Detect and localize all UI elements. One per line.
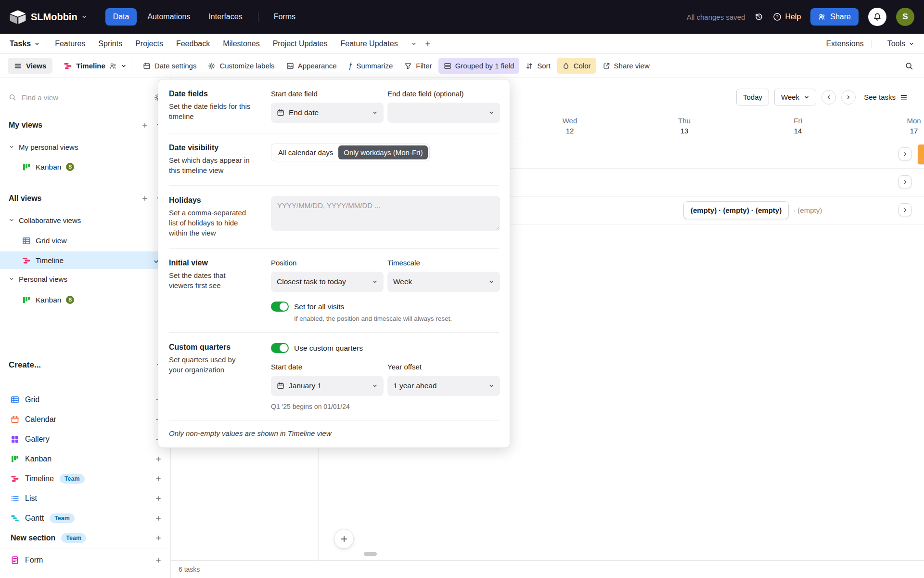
year-offset-select[interactable]: 1 year ahead <box>387 376 500 396</box>
timescale-dropdown[interactable]: Week <box>774 89 816 105</box>
add-record-button[interactable] <box>334 529 354 549</box>
search-icon[interactable] <box>902 59 916 73</box>
next-button[interactable] <box>841 90 856 105</box>
plus-icon[interactable] <box>141 122 148 129</box>
tab-feedback[interactable]: Feedback <box>176 39 210 48</box>
chevron-down-icon <box>372 110 378 116</box>
create-grid-button[interactable]: Grid <box>0 390 170 409</box>
share-view-button[interactable]: Share view <box>597 58 655 74</box>
date-settings-button[interactable]: Date settings <box>138 58 202 74</box>
chevron-down-icon <box>9 217 14 223</box>
plus-icon[interactable] <box>141 195 148 202</box>
start-date-field-select[interactable]: End date <box>271 103 384 123</box>
share-button[interactable]: Share <box>810 8 859 26</box>
day-header: Mon 17 <box>895 117 924 135</box>
share-people-icon <box>818 13 826 21</box>
today-button[interactable]: Today <box>736 89 769 105</box>
sidebar-item-timeline[interactable]: Timeline <box>0 251 170 269</box>
nav-forms[interactable]: Forms <box>266 8 303 26</box>
sidebar-item-grid-view[interactable]: Grid view <box>0 232 170 250</box>
filter-button[interactable]: Filter <box>399 58 437 74</box>
tab-sprints[interactable]: Sprints <box>98 39 122 48</box>
calendar-icon <box>11 415 19 424</box>
create-calendar-button[interactable]: Calendar <box>0 409 170 429</box>
section-desc: Set which days appear in this timeline v… <box>169 156 251 175</box>
tab-feature-updates[interactable]: Feature Updates <box>341 39 398 48</box>
plus-icon[interactable] <box>155 456 162 462</box>
views-label: Views <box>26 62 46 70</box>
tabbar-right: Extensions Tools <box>826 39 914 48</box>
jump-to-bar-button[interactable] <box>898 175 911 188</box>
base-name-dropdown[interactable]: SLMobbin <box>31 12 87 23</box>
collaborative-views-group[interactable]: Collaborative views <box>0 212 170 228</box>
task-bar[interactable]: (empty) · (empty) · (empty) <box>683 201 789 219</box>
nav-data[interactable]: Data <box>105 8 137 26</box>
gantt-icon <box>11 514 19 523</box>
all-views-header: All views <box>0 191 170 206</box>
sort-button[interactable]: Sort <box>520 58 556 74</box>
personal-views-group[interactable]: Personal views <box>0 271 170 287</box>
summarize-button[interactable]: ƒ Summarize <box>343 58 398 74</box>
find-view-row <box>9 89 162 106</box>
grouped-button[interactable]: Grouped by 1 field <box>438 58 520 74</box>
my-personal-views-group[interactable]: My personal views <box>0 139 170 155</box>
use-custom-quarters-toggle[interactable] <box>271 343 289 353</box>
tab-project-updates[interactable]: Project Updates <box>273 39 328 48</box>
my-views-label: My views <box>9 121 42 130</box>
create-gantt-button[interactable]: Gantt Team <box>0 508 170 528</box>
menu-icon <box>14 62 22 70</box>
all-calendar-days-option[interactable]: All calendar days <box>273 145 338 159</box>
jump-to-bar-button[interactable] <box>898 203 911 216</box>
tab-projects[interactable]: Projects <box>135 39 163 48</box>
position-select[interactable]: Closest task to today <box>271 272 384 292</box>
customize-labels-button[interactable]: Customize labels <box>203 58 280 74</box>
nav-interfaces[interactable]: Interfaces <box>201 8 250 26</box>
views-sidebar-toggle[interactable]: Views <box>8 58 52 74</box>
plus-icon[interactable] <box>155 475 162 482</box>
tab-features[interactable]: Features <box>55 39 85 48</box>
create-gallery-button[interactable]: Gallery <box>0 429 170 449</box>
chevron-down-icon <box>804 94 809 100</box>
create-kanban-button[interactable]: Kanban <box>0 449 170 469</box>
add-table-plus-icon[interactable] <box>424 40 431 47</box>
more-tables-chevron-icon[interactable] <box>411 41 417 47</box>
nav-automations[interactable]: Automations <box>140 8 198 26</box>
appearance-button[interactable]: Appearance <box>281 58 342 74</box>
share-view-icon <box>603 62 610 70</box>
task-bar-clipped[interactable] <box>918 144 924 164</box>
see-tasks-button[interactable]: See tasks <box>864 93 908 101</box>
extensions-button[interactable]: Extensions <box>826 39 863 48</box>
tools-button[interactable]: Tools <box>887 39 914 48</box>
plus-icon[interactable] <box>155 535 162 541</box>
plus-icon[interactable] <box>155 515 162 522</box>
user-avatar[interactable]: S <box>896 8 914 26</box>
create-new-section-button[interactable]: New section Team <box>0 528 170 548</box>
horizontal-scrollbar-thumb[interactable] <box>364 552 377 556</box>
create-form-button[interactable]: Form <box>0 550 170 570</box>
history-icon[interactable] <box>755 13 763 21</box>
tab-milestones[interactable]: Milestones <box>223 39 259 48</box>
tab-tasks[interactable]: Tasks <box>10 39 47 48</box>
find-view-input[interactable] <box>22 93 149 102</box>
help-button[interactable]: ? Help <box>773 13 801 21</box>
timescale-select[interactable]: Week <box>387 272 500 292</box>
create-list-button[interactable]: List <box>0 488 170 508</box>
set-for-all-visits-toggle[interactable] <box>271 302 289 312</box>
quarter-start-select[interactable]: January 1 <box>271 376 384 396</box>
holidays-input[interactable] <box>271 196 500 231</box>
color-button[interactable]: Color <box>557 58 596 74</box>
sidebar-item-kanban-personal-2[interactable]: Kanban S <box>0 291 170 309</box>
sidebar-item-kanban-personal[interactable]: Kanban S <box>0 158 170 176</box>
notifications-button[interactable] <box>868 8 886 26</box>
only-workdays-option[interactable]: Only workdays (Mon-Fri) <box>338 145 428 159</box>
plus-icon[interactable] <box>155 557 162 564</box>
plus-icon[interactable] <box>155 495 162 502</box>
section-left: Custom quarters Set quarters used by you… <box>169 343 271 410</box>
section-title: Custom quarters <box>169 343 271 352</box>
prev-button[interactable] <box>821 90 836 105</box>
jump-to-bar-button[interactable] <box>898 147 911 160</box>
create-timeline-button[interactable]: Timeline Team <box>0 469 170 488</box>
end-date-field-select[interactable] <box>387 103 500 123</box>
task-row: (empty) · (empty) · (empty) · (empty) <box>683 201 822 219</box>
current-view-dropdown[interactable]: Timeline <box>64 62 127 70</box>
